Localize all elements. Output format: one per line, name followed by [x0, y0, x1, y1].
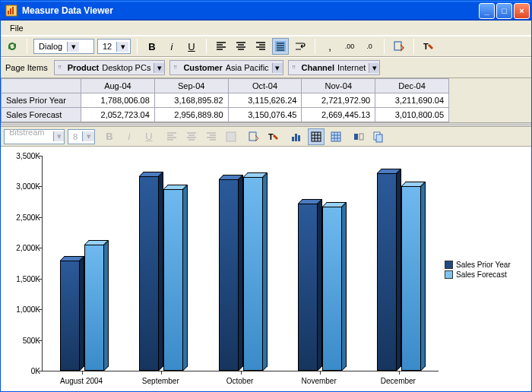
align-justify-button[interactable] — [272, 38, 289, 55]
legend-swatch-icon — [445, 261, 453, 269]
data-cell[interactable]: 2,721,972.90 — [302, 93, 375, 108]
x-tick-label: September — [142, 377, 179, 385]
legend-toggle-button[interactable] — [350, 128, 367, 145]
svg-rect-13 — [312, 132, 321, 141]
inc-decimal-icon: .00 — [345, 43, 355, 50]
align-left-icon — [166, 131, 178, 143]
wrap-text-button[interactable] — [292, 38, 309, 55]
y-tick-label: 1,000K — [5, 305, 40, 314]
chart-bold-button: B — [101, 128, 118, 145]
data-cell[interactable]: 2,052,723.04 — [81, 108, 155, 122]
grip-icon: ⠿ — [292, 65, 299, 71]
wrap-icon — [294, 40, 306, 52]
decimal-sep-button[interactable]: ‚ — [321, 38, 338, 55]
data-cell[interactable]: 3,211,690.04 — [375, 93, 449, 108]
column-header[interactable]: Dec-04 — [375, 79, 449, 93]
row-header[interactable]: Sales Forecast — [2, 108, 81, 122]
column-header[interactable]: Aug-04 — [81, 79, 155, 93]
page-items-label: Page Items — [5, 63, 48, 72]
close-button[interactable]: × — [514, 3, 530, 19]
y-tick-label: 500K — [5, 336, 40, 344]
page-item-channel[interactable]: ⠿ Channel Internet ▾ — [288, 60, 381, 75]
chart-font-size-select: 8 ▾ — [68, 129, 95, 144]
maximize-button[interactable]: □ — [496, 3, 512, 19]
x-tick-mark — [399, 371, 400, 375]
font-size-select[interactable]: 12 ▾ — [97, 39, 131, 54]
svg-rect-15 — [354, 134, 358, 140]
data-cell[interactable]: 2,956,889.80 — [154, 108, 228, 122]
data-cell[interactable]: 2,669,445.13 — [302, 108, 375, 122]
refresh-button[interactable] — [4, 38, 21, 55]
x-tick-label: December — [381, 377, 416, 385]
align-right-icon — [255, 40, 267, 52]
align-left-button[interactable] — [213, 38, 230, 55]
page-item-val: Desktop PCs — [102, 63, 150, 72]
legend-item: Sales Forecast — [445, 270, 525, 279]
corner-cell — [2, 79, 81, 93]
format-options-icon — [393, 40, 405, 52]
chevron-down-icon: ▾ — [53, 131, 64, 141]
grid-icon — [330, 131, 342, 143]
align-right-button[interactable] — [252, 38, 269, 55]
file-menu[interactable]: File — [5, 22, 28, 34]
show-table-button[interactable] — [308, 128, 325, 145]
copy-chart-button[interactable] — [370, 128, 387, 145]
font-family-select[interactable]: Dialog ▾ — [33, 39, 94, 54]
bold-icon: B — [106, 131, 112, 142]
chevron-down-icon: ▾ — [154, 63, 164, 73]
page-item-customer[interactable]: ⠿ Customer Asia Pacific ▾ — [169, 60, 283, 75]
chart-format-options-button[interactable] — [245, 128, 262, 145]
page-item-dim: Product — [68, 63, 100, 72]
row-header[interactable]: Sales Prior Year — [2, 93, 81, 108]
title-bar: Measure Data Viewer _ □ × — [1, 1, 531, 21]
data-cell[interactable]: 3,115,626.24 — [228, 93, 302, 108]
svg-rect-10 — [292, 137, 294, 141]
align-center-button[interactable] — [233, 38, 249, 55]
underline-button[interactable]: U — [183, 38, 200, 55]
tools-button[interactable]: T — [420, 38, 437, 55]
x-tick-label: November — [302, 377, 337, 385]
page-item-product[interactable]: ⠿ Product Desktop PCs ▾ — [54, 60, 166, 75]
chart-area: 0K500K1,000K1,500K2,000K2,500K3,000K3,50… — [1, 147, 531, 391]
svg-text:T: T — [423, 42, 429, 51]
x-tick-mark — [82, 371, 83, 375]
legend-item: Sales Prior Year — [445, 261, 525, 269]
data-cell[interactable]: 1,788,006.08 — [81, 93, 155, 108]
chart-align-left-button — [163, 128, 180, 145]
y-tick-label: 1,500K — [5, 274, 40, 283]
x-tick-label: October — [226, 377, 254, 385]
x-tick-mark — [241, 371, 242, 375]
y-tick-label: 3,500K — [5, 152, 40, 160]
svg-rect-5 — [394, 42, 401, 50]
minimize-button[interactable]: _ — [479, 3, 495, 19]
chevron-down-icon: ▾ — [369, 63, 379, 73]
menu-bar: File — [1, 21, 531, 36]
data-table-area: Aug-04Sep-04Oct-04Nov-04Dec-04 Sales Pri… — [1, 78, 531, 122]
chevron-down-icon: ▾ — [67, 42, 79, 52]
grip-icon: ⠿ — [58, 65, 65, 71]
data-cell[interactable]: 3,150,076.45 — [228, 108, 302, 122]
italic-button[interactable]: i — [163, 38, 180, 55]
chart-tools-button[interactable]: T — [265, 128, 282, 145]
data-cell[interactable]: 3,010,800.05 — [375, 108, 449, 122]
svg-text:T: T — [268, 132, 274, 141]
x-tick-mark — [161, 371, 162, 375]
increase-decimal-button[interactable]: .00 — [341, 38, 358, 55]
align-center-icon — [185, 131, 198, 143]
chart-legend: Sales Prior Year Sales Forecast — [442, 151, 525, 388]
column-header[interactable]: Oct-04 — [228, 79, 302, 93]
data-cell[interactable]: 3,168,895.82 — [154, 93, 228, 108]
column-header[interactable]: Nov-04 — [302, 79, 375, 93]
format-options-button[interactable] — [391, 38, 407, 55]
bold-button[interactable]: B — [144, 38, 160, 55]
y-tick-label: 0K — [5, 367, 40, 375]
table-row: Sales Forecast2,052,723.042,956,889.803,… — [2, 108, 449, 122]
underline-icon: U — [145, 131, 152, 142]
svg-rect-8 — [249, 132, 256, 141]
column-header[interactable]: Sep-04 — [154, 79, 228, 93]
show-chart-button[interactable] — [288, 128, 305, 145]
decrease-decimal-button[interactable]: .0 — [361, 38, 378, 55]
chart-fill-button — [223, 128, 239, 145]
font-family-value: Dialog — [34, 42, 67, 51]
show-grid-button[interactable] — [328, 128, 344, 145]
